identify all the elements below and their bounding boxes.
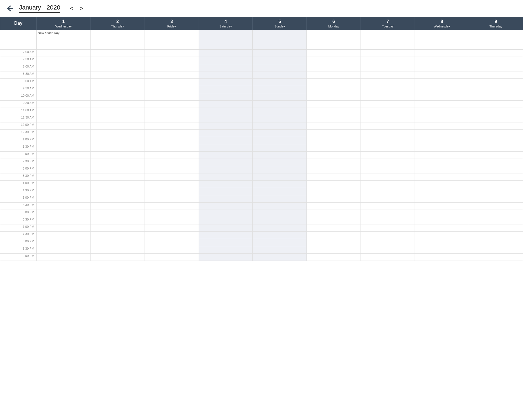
time-cell-col1[interactable]	[36, 49, 90, 57]
time-cell-col6[interactable]	[307, 115, 361, 122]
time-cell-col9[interactable]	[469, 166, 523, 173]
time-cell-col8[interactable]	[415, 137, 469, 144]
time-cell-col9[interactable]	[469, 202, 523, 210]
time-cell-col8[interactable]	[415, 57, 469, 64]
time-cell-col4[interactable]	[199, 78, 253, 86]
time-cell-col7[interactable]	[361, 246, 415, 253]
time-cell-col6[interactable]	[307, 100, 361, 108]
time-cell-col4[interactable]	[199, 246, 253, 253]
time-cell-col9[interactable]	[469, 224, 523, 231]
time-cell-col6[interactable]	[307, 78, 361, 86]
time-cell-col4[interactable]	[199, 159, 253, 166]
time-cell-col9[interactable]	[469, 64, 523, 71]
time-cell-col2[interactable]	[90, 78, 145, 86]
time-cell-col1[interactable]	[36, 64, 90, 71]
time-cell-col4[interactable]	[199, 144, 253, 151]
time-cell-col9[interactable]	[469, 100, 523, 108]
time-cell-col5[interactable]	[253, 151, 307, 159]
time-cell-col8[interactable]	[415, 159, 469, 166]
time-cell-col6[interactable]	[307, 93, 361, 100]
time-cell-col8[interactable]	[415, 188, 469, 195]
time-cell-col1[interactable]	[36, 151, 90, 159]
time-cell-col9[interactable]	[469, 86, 523, 93]
time-cell-col5[interactable]	[253, 180, 307, 188]
time-cell-col5[interactable]	[253, 159, 307, 166]
time-cell-col1[interactable]	[36, 217, 90, 224]
time-cell-col2[interactable]	[90, 188, 145, 195]
time-cell-col9[interactable]	[469, 137, 523, 144]
time-cell-col5[interactable]	[253, 202, 307, 210]
time-cell-col1[interactable]	[36, 122, 90, 129]
time-cell-col2[interactable]	[90, 239, 145, 246]
time-cell-col7[interactable]	[361, 144, 415, 151]
time-cell-col4[interactable]	[199, 188, 253, 195]
time-cell-col3[interactable]	[145, 224, 199, 231]
time-cell-col1[interactable]	[36, 57, 90, 64]
time-cell-col7[interactable]	[361, 210, 415, 217]
time-cell-col1[interactable]	[36, 144, 90, 151]
time-cell-col7[interactable]	[361, 100, 415, 108]
time-cell-col2[interactable]	[90, 100, 145, 108]
time-cell-col5[interactable]	[253, 144, 307, 151]
time-cell-col1[interactable]	[36, 210, 90, 217]
time-cell-col4[interactable]	[199, 137, 253, 144]
time-cell-col9[interactable]	[469, 188, 523, 195]
all-day-col9[interactable]	[469, 30, 523, 49]
time-cell-col7[interactable]	[361, 64, 415, 71]
time-cell-col2[interactable]	[90, 202, 145, 210]
time-cell-col2[interactable]	[90, 144, 145, 151]
time-cell-col4[interactable]	[199, 224, 253, 231]
time-cell-col6[interactable]	[307, 246, 361, 253]
time-cell-col5[interactable]	[253, 195, 307, 202]
time-cell-col7[interactable]	[361, 78, 415, 86]
time-cell-col1[interactable]	[36, 93, 90, 100]
time-cell-col6[interactable]	[307, 231, 361, 239]
time-cell-col5[interactable]	[253, 100, 307, 108]
time-cell-col2[interactable]	[90, 231, 145, 239]
time-cell-col6[interactable]	[307, 144, 361, 151]
time-cell-col7[interactable]	[361, 239, 415, 246]
time-cell-col3[interactable]	[145, 210, 199, 217]
time-cell-col1[interactable]	[36, 166, 90, 173]
time-cell-col5[interactable]	[253, 57, 307, 64]
time-cell-col1[interactable]	[36, 129, 90, 137]
time-cell-col2[interactable]	[90, 217, 145, 224]
time-cell-col2[interactable]	[90, 253, 145, 261]
all-day-col8[interactable]	[415, 30, 469, 49]
all-day-col3[interactable]	[145, 30, 199, 49]
time-cell-col8[interactable]	[415, 246, 469, 253]
time-cell-col3[interactable]	[145, 49, 199, 57]
time-cell-col4[interactable]	[199, 210, 253, 217]
time-cell-col8[interactable]	[415, 224, 469, 231]
time-cell-col2[interactable]	[90, 166, 145, 173]
time-cell-col4[interactable]	[199, 217, 253, 224]
time-cell-col6[interactable]	[307, 195, 361, 202]
time-cell-col2[interactable]	[90, 115, 145, 122]
time-cell-col9[interactable]	[469, 71, 523, 78]
time-cell-col4[interactable]	[199, 202, 253, 210]
time-cell-col8[interactable]	[415, 78, 469, 86]
time-cell-col5[interactable]	[253, 129, 307, 137]
time-cell-col2[interactable]	[90, 137, 145, 144]
time-cell-col4[interactable]	[199, 195, 253, 202]
time-cell-col2[interactable]	[90, 210, 145, 217]
time-cell-col5[interactable]	[253, 188, 307, 195]
time-cell-col6[interactable]	[307, 64, 361, 71]
time-cell-col7[interactable]	[361, 151, 415, 159]
time-cell-col3[interactable]	[145, 100, 199, 108]
time-cell-col3[interactable]	[145, 202, 199, 210]
time-cell-col3[interactable]	[145, 93, 199, 100]
time-cell-col5[interactable]	[253, 115, 307, 122]
time-cell-col2[interactable]	[90, 224, 145, 231]
all-day-col4[interactable]	[199, 30, 253, 49]
time-cell-col6[interactable]	[307, 86, 361, 93]
time-cell-col8[interactable]	[415, 173, 469, 180]
time-cell-col3[interactable]	[145, 71, 199, 78]
time-cell-col3[interactable]	[145, 253, 199, 261]
time-cell-col3[interactable]	[145, 246, 199, 253]
time-cell-col1[interactable]	[36, 253, 90, 261]
time-cell-col3[interactable]	[145, 231, 199, 239]
time-cell-col6[interactable]	[307, 180, 361, 188]
time-cell-col8[interactable]	[415, 202, 469, 210]
time-cell-col8[interactable]	[415, 195, 469, 202]
